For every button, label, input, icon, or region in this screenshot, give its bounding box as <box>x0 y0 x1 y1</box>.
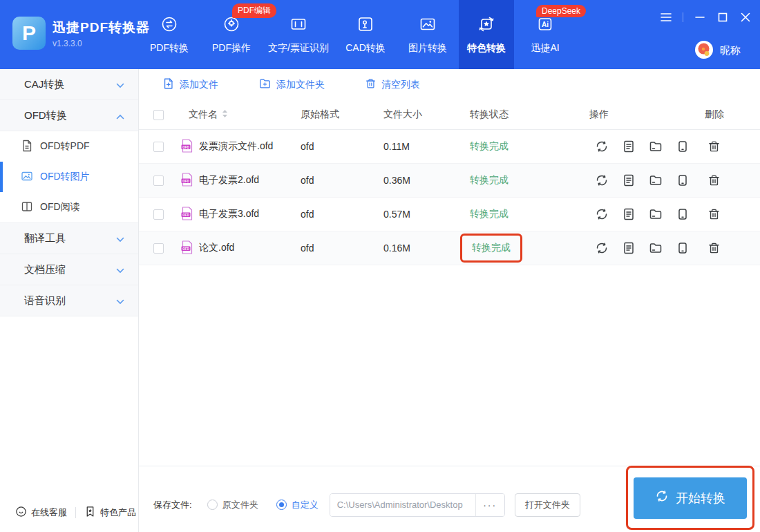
radio-circle-checked[interactable] <box>276 500 287 510</box>
sidebar-group-compress[interactable]: 文档压缩 <box>0 254 138 285</box>
row-checkbox[interactable] <box>153 243 164 254</box>
minimize-icon[interactable] <box>694 11 706 23</box>
sidebar-group-translate[interactable]: 翻译工具 <box>0 223 138 254</box>
image-icon <box>418 15 437 36</box>
view-document-icon[interactable] <box>622 241 636 255</box>
nav-image-convert[interactable]: 图片转换 <box>397 0 459 69</box>
view-document-icon[interactable] <box>622 173 636 187</box>
file-format: ofd <box>301 141 383 152</box>
sidebar: CAJ转换 OFD转换 OFD转PDF <box>0 69 139 532</box>
nav-label: 迅捷AI <box>531 42 559 55</box>
browse-path-button[interactable]: ··· <box>475 494 504 516</box>
sidebar-group-label: 语音识别 <box>24 294 66 307</box>
sidebar-group-speech[interactable]: 语音识别 <box>0 285 138 316</box>
sidebar-group-label: OFD转换 <box>24 109 67 122</box>
scan-text-icon <box>289 15 308 36</box>
preview-device-icon[interactable] <box>676 173 690 187</box>
featured-products-link[interactable]: 特色产品 <box>84 506 136 520</box>
clear-list-button[interactable]: 清空列表 <box>365 77 420 92</box>
sidebar-group-ofd[interactable]: OFD转换 <box>0 100 138 131</box>
svg-text:Ai: Ai <box>542 21 549 28</box>
open-folder-icon[interactable] <box>649 140 663 153</box>
delete-row-icon[interactable] <box>707 140 760 153</box>
refresh-icon <box>655 489 669 506</box>
save-path-input[interactable] <box>330 494 475 516</box>
preview-device-icon[interactable] <box>676 140 690 153</box>
file-toolbar: 添加文件 添加文件夹 清空列表 <box>139 69 760 100</box>
start-convert-button[interactable]: 开始转换 <box>634 477 747 519</box>
nav-label: 特色转换 <box>467 42 506 55</box>
column-size: 文件大小 <box>383 108 470 121</box>
close-icon[interactable] <box>739 11 752 23</box>
column-actions: 操作 <box>589 108 705 121</box>
delete-row-icon[interactable] <box>707 173 760 187</box>
svg-text:OFD: OFD <box>182 213 189 216</box>
nav-special-convert[interactable]: 特色转换 <box>459 0 514 69</box>
ofd-file-icon: OFD <box>181 139 193 155</box>
row-checkbox[interactable] <box>153 175 164 186</box>
nav-pdf-operate[interactable]: PDF编辑 PDF操作 <box>200 0 263 69</box>
row-checkbox[interactable] <box>153 142 164 152</box>
online-support-label: 在线客服 <box>31 506 67 519</box>
nav-ai[interactable]: DeepSeek Ai 迅捷AI <box>514 0 576 69</box>
sidebar-item-ofd-reader[interactable]: OFD阅读 <box>0 192 138 222</box>
nav-pdf-convert[interactable]: PDF转换 <box>138 0 200 69</box>
delete-row-icon[interactable] <box>707 241 760 255</box>
chat-smile-icon <box>15 506 27 520</box>
online-support-link[interactable]: 在线客服 <box>15 506 67 520</box>
view-document-icon[interactable] <box>622 140 636 153</box>
chevron-down-icon <box>116 233 124 245</box>
app-logo: P 迅捷PDF转换器 v1.3.3.0 <box>12 17 150 50</box>
reconvert-icon[interactable] <box>595 140 609 153</box>
file-format: ofd <box>301 175 383 186</box>
view-document-icon[interactable] <box>622 207 636 221</box>
reconvert-icon[interactable] <box>595 241 609 255</box>
sidebar-item-ofd-to-pdf[interactable]: OFD转PDF <box>0 131 138 162</box>
footer-divider <box>75 507 76 518</box>
svg-text:OFD: OFD <box>182 247 189 250</box>
file-size: 0.36M <box>383 175 470 186</box>
app-title: 迅捷PDF转换器 <box>53 19 150 37</box>
app-version: v1.3.3.0 <box>53 39 150 48</box>
nav-cad-convert[interactable]: CAD转换 <box>334 0 397 69</box>
save-path-box: ··· <box>330 493 505 517</box>
reconvert-icon[interactable] <box>595 173 609 187</box>
book-icon <box>21 200 33 215</box>
open-folder-icon[interactable] <box>649 241 663 255</box>
status-badge: 转换完成 <box>470 140 509 151</box>
main-content: 添加文件 添加文件夹 清空列表 <box>139 69 760 532</box>
reconvert-icon[interactable] <box>595 207 609 221</box>
file-list: OFD 发票演示文件.ofd ofd 0.11M 转换完成 <box>139 130 760 265</box>
open-folder-button[interactable]: 打开文件夹 <box>515 493 580 517</box>
file-size: 0.11M <box>383 141 470 152</box>
open-folder-icon[interactable] <box>649 207 663 221</box>
sort-icon[interactable] <box>222 109 228 120</box>
chevron-up-icon <box>116 110 124 122</box>
column-name: 文件名 <box>189 108 218 121</box>
nav-label: PDF操作 <box>212 42 251 55</box>
maximize-icon[interactable] <box>716 11 729 23</box>
menu-icon[interactable] <box>660 11 672 23</box>
radio-original-folder[interactable]: 原文件夹 <box>207 499 258 511</box>
select-all-checkbox[interactable] <box>153 110 164 120</box>
nav-label: 图片转换 <box>408 42 447 55</box>
radio-circle[interactable] <box>207 500 218 510</box>
user-account[interactable]: 昵称 <box>694 40 741 61</box>
table-row: OFD 电子发票2.ofd ofd 0.36M 转换完成 <box>139 164 760 198</box>
preview-device-icon[interactable] <box>676 207 690 221</box>
open-folder-icon[interactable] <box>649 173 663 187</box>
column-status: 转换状态 <box>470 108 589 121</box>
radio-custom-folder[interactable]: 自定义 <box>276 499 319 511</box>
sidebar-group-caj[interactable]: CAJ转换 <box>0 69 138 100</box>
chevron-down-icon <box>116 295 124 307</box>
sidebar-item-ofd-to-image[interactable]: OFD转图片 <box>0 162 138 192</box>
table-header: 文件名 原始格式 文件大小 转换状态 操作 删除 <box>139 100 760 130</box>
preview-device-icon[interactable] <box>676 241 690 255</box>
ofd-file-icon: OFD <box>181 240 193 256</box>
add-file-icon <box>162 77 175 92</box>
add-file-button[interactable]: 添加文件 <box>162 77 218 92</box>
row-checkbox[interactable] <box>153 209 164 220</box>
add-folder-button[interactable]: 添加文件夹 <box>258 77 325 92</box>
user-nickname: 昵称 <box>720 44 741 57</box>
delete-row-icon[interactable] <box>707 207 760 221</box>
